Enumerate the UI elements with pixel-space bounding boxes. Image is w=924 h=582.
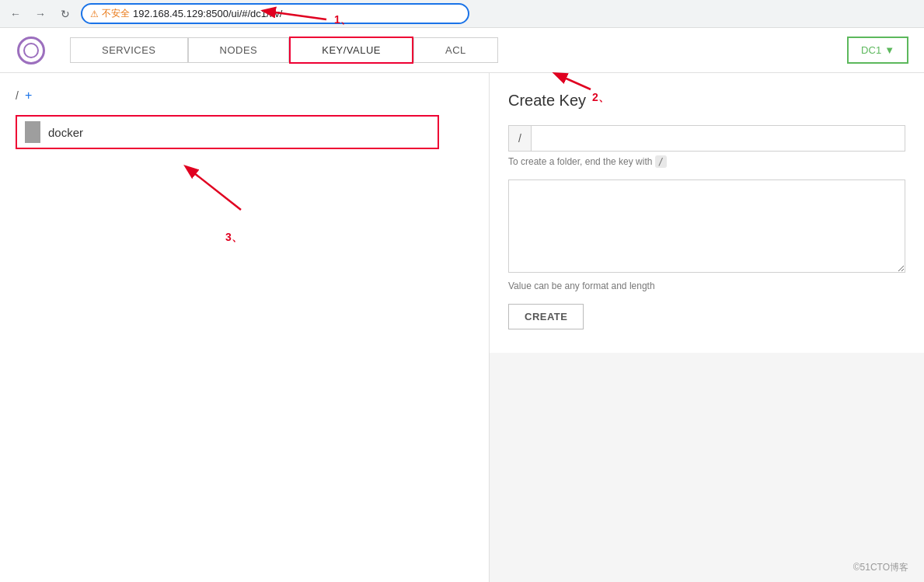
tab-services[interactable]: SERVICES	[70, 37, 188, 63]
create-key-title: Create Key	[508, 92, 905, 110]
tab-keyvalue[interactable]: KEY/VALUE	[289, 37, 413, 64]
lock-icon: ⚠	[90, 9, 99, 19]
watermark: ©51CTO博客	[853, 561, 908, 574]
logo-circle	[17, 37, 45, 64]
kv-item-folder-icon	[25, 121, 40, 143]
kv-item-label: docker	[48, 126, 83, 139]
breadcrumb-plus[interactable]: +	[25, 89, 32, 103]
create-key-panel: Create Key / To create a folder, end the…	[490, 73, 924, 353]
key-input[interactable]	[532, 126, 905, 151]
tab-nodes[interactable]: NODES	[188, 37, 290, 63]
url-text: 192.168.45.129:8500/ui/#/dc1/kv/	[133, 8, 282, 19]
tab-acl[interactable]: ACL	[413, 37, 498, 63]
kv-item-docker[interactable]: docker	[16, 115, 439, 149]
chevron-down-icon: ▼	[884, 44, 894, 56]
value-textarea[interactable]	[508, 179, 905, 273]
top-nav: SERVICES NODES KEY/VALUE ACL DC1 ▼	[0, 28, 924, 73]
left-panel: / + docker	[0, 73, 490, 582]
insecure-label: 不安全	[102, 7, 130, 20]
logo	[16, 35, 47, 66]
value-hint: Value can be any format and length	[508, 281, 905, 291]
key-prefix: /	[509, 126, 532, 151]
browser-bar: ← → ↻ ⚠ 不安全 192.168.45.129:8500/ui/#/dc1…	[0, 0, 924, 28]
back-button[interactable]: ←	[6, 5, 25, 23]
refresh-button[interactable]: ↻	[56, 5, 75, 23]
key-hint: To create a folder, end the key with /	[508, 156, 905, 167]
breadcrumb-slash: /	[16, 89, 19, 102]
nav-tabs: SERVICES NODES KEY/VALUE ACL DC1 ▼	[70, 37, 908, 64]
breadcrumb: / +	[16, 89, 473, 103]
app: SERVICES NODES KEY/VALUE ACL DC1 ▼ / + d…	[0, 28, 924, 582]
key-input-row: /	[508, 125, 905, 152]
main-content: / + docker Create Key / To create a fold…	[0, 73, 924, 582]
address-bar[interactable]: ⚠ 不安全 192.168.45.129:8500/ui/#/dc1/kv/	[81, 3, 469, 24]
forward-button[interactable]: →	[31, 5, 50, 23]
right-panel: Create Key / To create a folder, end the…	[490, 73, 924, 582]
dc-dropdown[interactable]: DC1 ▼	[847, 37, 908, 64]
dc-label: DC1	[861, 44, 881, 56]
create-button[interactable]: CREATE	[508, 304, 584, 329]
logo-inner	[23, 43, 39, 58]
